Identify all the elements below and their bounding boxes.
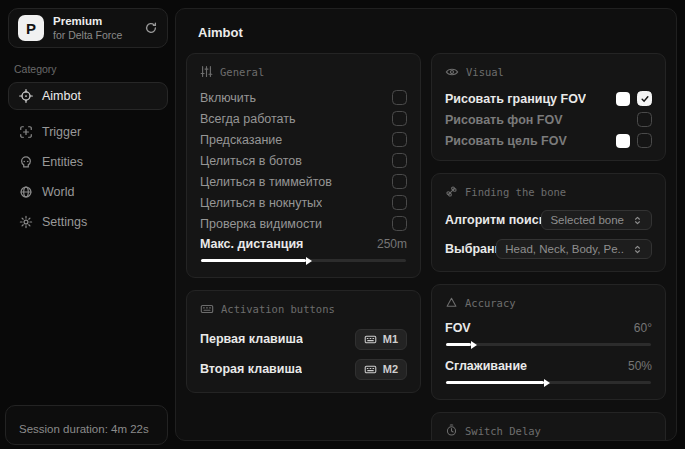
keybind-label: Первая клавиша (200, 332, 303, 346)
switch-delay-panel-header: Switch Delay (445, 424, 652, 437)
select-value: Head, Neck, Body, Pe.. (505, 243, 624, 255)
max-distance-slider-block: Макс. дистанция 250m (200, 237, 407, 262)
gear-icon (19, 215, 33, 229)
sidebar-item-trigger[interactable]: Trigger (8, 118, 168, 146)
app-logo: P (18, 15, 44, 41)
switch-delay-panel: Switch Delay Задержка переключения Задер… (431, 412, 666, 441)
panel-title: Accuracy (465, 297, 516, 309)
timer-icon (445, 424, 458, 437)
keybind-button-m2[interactable]: M2 (355, 359, 407, 380)
left-column: General Включить Всегда работать Предска… (186, 53, 421, 441)
setting-label: Целиться в ботов (200, 154, 302, 168)
sidebar-item-label: Entities (42, 155, 83, 169)
smoothing-slider-block: Сглаживание 50% (445, 359, 652, 384)
slider-fill (201, 259, 306, 262)
sidebar-item-entities[interactable]: Entities (8, 148, 168, 176)
visual-panel-header: Visual (445, 65, 652, 79)
keybind-button-m1[interactable]: M1 (355, 329, 407, 350)
checkbox[interactable] (392, 111, 407, 126)
setting-label: Рисовать цель FOV (445, 134, 567, 148)
eye-icon (445, 65, 459, 79)
setting-row: Целиться в ботов (200, 153, 407, 168)
checkbox[interactable] (392, 195, 407, 210)
slider-fill (446, 381, 544, 384)
panel-title: Visual (466, 66, 504, 78)
setting-label: Выбранные кос (445, 242, 496, 256)
keybind-row: Первая клавиша M1 (200, 328, 407, 350)
setting-row: Алгоритм поиска кост Selected bone (445, 210, 652, 230)
setting-row: Проверка видимости (200, 216, 407, 231)
activation-buttons-panel: Activation buttons Первая клавиша M1 (186, 290, 421, 393)
entities-icon (19, 155, 33, 169)
setting-row: Включить (200, 90, 407, 105)
accuracy-panel-header: Accuracy (445, 296, 652, 309)
setting-label: Алгоритм поиска кост (445, 213, 541, 227)
setting-label: Предсказание (200, 133, 282, 147)
color-swatch[interactable] (616, 134, 630, 148)
panel-title: Finding the bone (465, 186, 566, 198)
checkbox[interactable] (392, 90, 407, 105)
max-distance-slider[interactable] (201, 259, 406, 262)
accuracy-panel: Accuracy FOV 60° Сглаживание 50% (431, 284, 666, 400)
session-duration-card: Session duration: 4m 22s (5, 405, 168, 445)
panel-title: General (220, 66, 264, 78)
setting-label: Проверка видимости (200, 217, 322, 231)
main-content: Aimbot General Включить Всегд (175, 8, 677, 441)
checkbox[interactable] (392, 216, 407, 231)
general-panel-header: General (200, 65, 407, 78)
fov-slider[interactable] (446, 343, 651, 346)
setting-row: Предсказание (200, 132, 407, 147)
session-duration-label: Session duration: 4m 22s (19, 423, 149, 435)
setting-label: Рисовать фон FOV (445, 113, 563, 127)
finding-bone-panel: Finding the bone Алгоритм поиска кост Se… (431, 173, 666, 272)
sidebar-item-settings[interactable]: Settings (8, 208, 168, 236)
sidebar: P Premium for Delta Force Category Aimbo… (0, 0, 175, 449)
checkbox[interactable] (392, 153, 407, 168)
app-header-card: P Premium for Delta Force (8, 8, 168, 48)
keybind-row: Вторая клавиша M2 (200, 358, 407, 380)
bone-icon (445, 185, 458, 198)
sliders-icon (200, 65, 213, 78)
sidebar-item-aimbot[interactable]: Aimbot (8, 82, 168, 110)
sidebar-item-world[interactable]: World (8, 178, 168, 206)
selected-bones-select[interactable]: Head, Neck, Body, Pe.. (496, 239, 652, 259)
chevron-up-down-icon (632, 215, 643, 226)
keybind-value: M2 (383, 363, 398, 375)
setting-row: Рисовать фон FOV (445, 112, 652, 127)
sidebar-item-label: Aimbot (42, 89, 81, 103)
slider-value: 60° (634, 321, 652, 335)
keyboard-icon (200, 302, 214, 316)
setting-row: Выбранные кос Head, Neck, Body, Pe.. (445, 239, 652, 259)
smoothing-slider[interactable] (446, 381, 651, 384)
setting-label: Рисовать границу FOV (445, 92, 586, 106)
checkbox[interactable] (637, 112, 652, 127)
panel-title: Activation buttons (221, 303, 335, 315)
setting-row: Рисовать границу FOV (445, 91, 652, 106)
setting-row: Целиться в тиммейтов (200, 174, 407, 189)
keybind-label: Вторая клавиша (200, 362, 302, 376)
sidebar-item-label: Settings (42, 215, 87, 229)
keyboard-icon (364, 363, 377, 376)
slider-fill (446, 343, 471, 346)
activation-panel-header: Activation buttons (200, 302, 407, 316)
slider-label: Сглаживание (445, 359, 527, 373)
slider-label: Макс. дистанция (200, 237, 303, 251)
slider-label: FOV (445, 321, 471, 335)
triangle-icon (445, 296, 458, 309)
checkbox[interactable] (637, 91, 652, 106)
setting-row: Рисовать цель FOV (445, 133, 652, 148)
checkbox[interactable] (392, 132, 407, 147)
color-swatch[interactable] (616, 92, 630, 106)
category-label: Category (14, 63, 162, 75)
general-panel: General Включить Всегда работать Предска… (186, 53, 421, 278)
checkbox[interactable] (392, 174, 407, 189)
right-column: Visual Рисовать границу FOV Рисовать фон… (431, 53, 666, 441)
app-subtitle: for Delta Force (53, 29, 135, 42)
select-value: Selected bone (550, 214, 624, 226)
sidebar-item-label: World (42, 185, 74, 199)
sidebar-item-label: Trigger (42, 125, 81, 139)
panel-title: Switch Delay (465, 425, 541, 437)
refresh-icon[interactable] (144, 21, 158, 35)
checkbox[interactable] (637, 133, 652, 148)
bone-algorithm-select[interactable]: Selected bone (541, 210, 652, 230)
